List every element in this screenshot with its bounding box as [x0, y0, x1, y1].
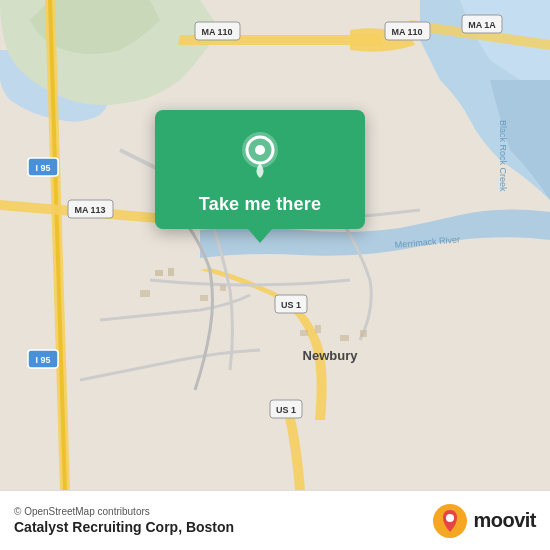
moovit-text: moovit	[473, 509, 536, 532]
svg-point-33	[446, 514, 454, 522]
footer-left: © OpenStreetMap contributors Catalyst Re…	[14, 506, 234, 535]
svg-text:MA 110: MA 110	[201, 27, 232, 37]
svg-text:I 95: I 95	[35, 355, 50, 365]
svg-text:MA 1A: MA 1A	[468, 20, 496, 30]
take-me-there-button[interactable]: Take me there	[199, 194, 321, 215]
svg-rect-20	[155, 270, 163, 276]
footer-bar: © OpenStreetMap contributors Catalyst Re…	[0, 490, 550, 550]
svg-text:US 1: US 1	[276, 405, 296, 415]
svg-point-31	[255, 145, 265, 155]
svg-text:I 95: I 95	[35, 163, 50, 173]
map-background: I 95 I 95 MA 110 MA 110 MA 1A MA 113 US …	[0, 0, 550, 490]
map-container: I 95 I 95 MA 110 MA 110 MA 1A MA 113 US …	[0, 0, 550, 490]
svg-text:US 1: US 1	[281, 300, 301, 310]
svg-rect-28	[360, 330, 367, 337]
svg-text:Black Rock Creek: Black Rock Creek	[498, 120, 508, 192]
location-pin-icon	[233, 128, 287, 182]
svg-rect-22	[140, 290, 150, 297]
location-title: Catalyst Recruiting Corp, Boston	[14, 519, 234, 535]
svg-rect-24	[220, 285, 226, 291]
svg-rect-23	[200, 295, 208, 301]
svg-rect-25	[300, 330, 308, 336]
copyright-text: © OpenStreetMap contributors	[14, 506, 234, 517]
moovit-logo: moovit	[433, 504, 536, 538]
svg-rect-21	[168, 268, 174, 276]
svg-rect-27	[340, 335, 349, 341]
location-popup-card: Take me there	[155, 110, 365, 229]
moovit-icon	[433, 504, 467, 538]
svg-text:MA 113: MA 113	[74, 205, 105, 215]
svg-text:MA 110: MA 110	[391, 27, 422, 37]
svg-rect-26	[315, 325, 321, 333]
svg-text:Newbury: Newbury	[303, 348, 359, 363]
